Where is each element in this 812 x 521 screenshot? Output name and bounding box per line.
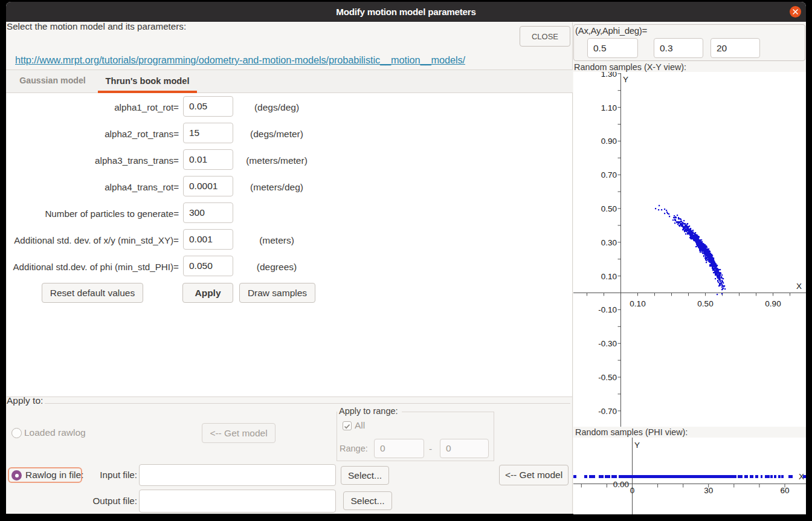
svg-text:0.30: 0.30 (601, 238, 617, 247)
svg-text:0.10: 0.10 (601, 272, 617, 281)
svg-text:0: 0 (630, 486, 635, 495)
svg-text:-0.70: -0.70 (598, 407, 617, 416)
svg-text:30: 30 (704, 486, 713, 495)
svg-text:X: X (796, 282, 802, 291)
svg-text:60: 60 (780, 486, 789, 495)
svg-text:Y: Y (634, 441, 640, 450)
svg-text:Y: Y (623, 75, 628, 84)
svg-text:0.10: 0.10 (630, 299, 645, 308)
svg-text:0.00: 0.00 (613, 480, 629, 489)
svg-text:0.90: 0.90 (765, 299, 781, 308)
svg-text:0.70: 0.70 (601, 170, 617, 180)
svg-text:-0.50: -0.50 (598, 373, 617, 382)
svg-text:-0.30: -0.30 (598, 339, 617, 348)
svg-text:1.30: 1.30 (601, 72, 617, 79)
svg-text:0.50: 0.50 (697, 299, 713, 308)
svg-text:0.50: 0.50 (601, 204, 617, 213)
svg-text:-0.10: -0.10 (598, 305, 617, 314)
svg-text:1.10: 1.10 (601, 103, 617, 112)
svg-text:0.90: 0.90 (601, 137, 617, 146)
